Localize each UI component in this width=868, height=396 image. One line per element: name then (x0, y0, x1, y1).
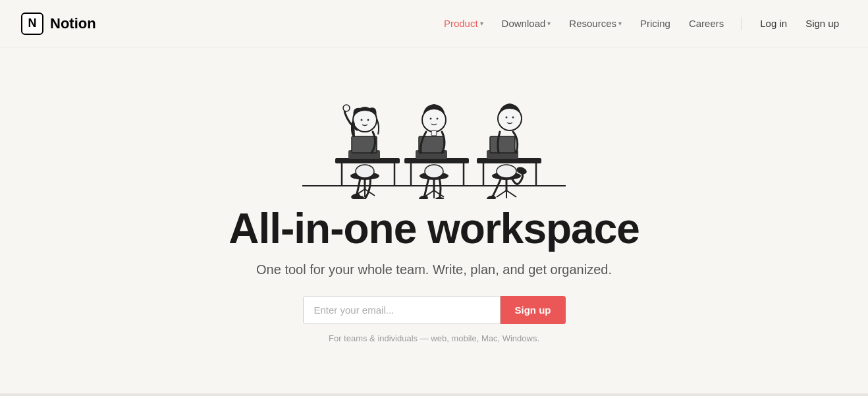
hero-illustration (263, 61, 605, 199)
svg-point-30 (430, 118, 432, 120)
hero-title: All-in-one workspace (229, 206, 639, 252)
signup-button[interactable]: Sign up (501, 296, 566, 324)
svg-point-31 (437, 118, 439, 120)
chevron-down-icon: ▾ (618, 20, 622, 27)
svg-point-45 (497, 165, 516, 178)
chevron-down-icon: ▾ (480, 20, 483, 27)
email-input[interactable] (303, 296, 501, 324)
svg-rect-32 (431, 130, 437, 136)
nav-item-resources[interactable]: Resources ▾ (562, 14, 628, 33)
nav-item-download[interactable]: Download ▾ (495, 14, 558, 33)
svg-point-14 (367, 119, 369, 121)
nav-item-careers[interactable]: Careers (682, 14, 730, 33)
svg-rect-39 (490, 136, 515, 153)
svg-point-28 (425, 165, 443, 178)
svg-point-11 (356, 165, 374, 178)
svg-point-49 (486, 195, 496, 199)
logo-icon: N (21, 13, 43, 35)
logo-link[interactable]: N Notion (21, 13, 96, 35)
svg-rect-37 (477, 158, 541, 163)
svg-rect-20 (404, 158, 469, 163)
hero-form: Sign up (303, 296, 566, 324)
svg-line-42 (497, 190, 506, 197)
hero-subtitle: One tool for your whole team. Write, pla… (256, 262, 612, 277)
nav-auth: Log in Sign up (752, 14, 847, 33)
svg-point-13 (361, 119, 363, 121)
login-link[interactable]: Log in (752, 14, 795, 33)
logo-text: Notion (50, 15, 96, 32)
svg-rect-3 (335, 158, 400, 163)
nav-item-pricing[interactable]: Pricing (634, 14, 677, 33)
chevron-down-icon: ▾ (547, 20, 551, 27)
hero-note: For teams & individuals — web, mobile, M… (329, 333, 539, 343)
nav-links: Product ▾ Download ▾ Resources ▾ Pricing… (437, 14, 847, 33)
bottom-strip (0, 393, 868, 396)
nav-divider (741, 17, 742, 30)
svg-point-48 (512, 117, 514, 119)
nav-item-product[interactable]: Product ▾ (437, 14, 490, 33)
svg-point-15 (343, 105, 350, 111)
svg-point-47 (506, 117, 508, 119)
navbar: N Notion Product ▾ Download ▾ Resources … (0, 0, 868, 47)
svg-line-43 (506, 190, 516, 197)
hero-section: All-in-one workspace One tool for your w… (0, 47, 868, 370)
signup-link[interactable]: Sign up (798, 14, 847, 33)
